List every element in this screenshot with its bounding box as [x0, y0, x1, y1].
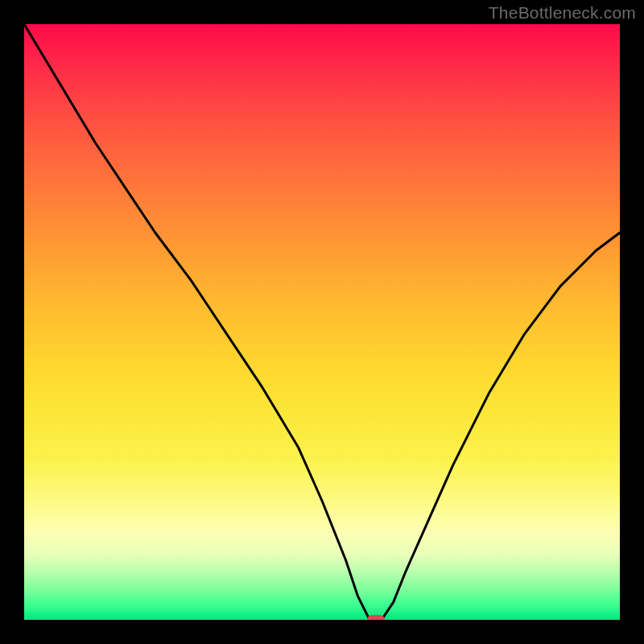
chart-frame: TheBottleneck.com — [0, 0, 644, 644]
optimal-point-marker — [367, 615, 385, 620]
plot-area — [24, 24, 620, 620]
watermark-text: TheBottleneck.com — [489, 3, 636, 23]
bottleneck-curve — [24, 24, 620, 620]
